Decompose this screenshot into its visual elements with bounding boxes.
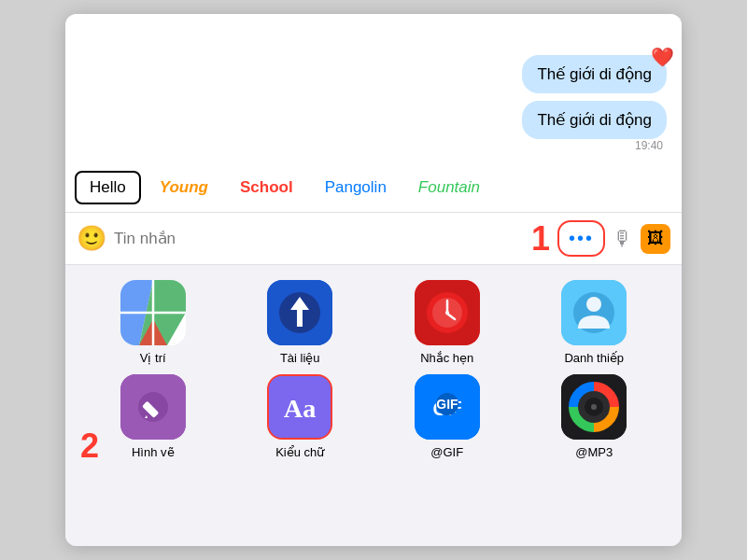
contact-icon — [561, 280, 627, 345]
step-2-number: 2 — [80, 429, 99, 463]
app-grid: Vị trí Tài liệu — [65, 265, 682, 546]
bubble-row-1: Thế giới di động ❤️ — [522, 55, 667, 93]
app-item-document[interactable]: Tài liệu — [232, 280, 370, 365]
font-tabs-row: Hello Young School Pangolin Fountain — [65, 163, 682, 213]
tab-fountain[interactable]: Fountain — [405, 173, 493, 203]
app-item-contact[interactable]: Danh thiếp — [526, 280, 664, 365]
message-input[interactable] — [114, 230, 524, 248]
draw-icon — [120, 374, 186, 440]
microphone-button[interactable]: 🎙 — [613, 227, 633, 251]
image-button[interactable]: 🖼 — [641, 224, 670, 254]
svg-text:GIF: GIF — [436, 397, 458, 412]
mp3-label: @MP3 — [575, 445, 613, 459]
more-options-button[interactable]: ••• — [557, 220, 605, 257]
phone-screen: Thế giới di động ❤️ Thế giới di động 19:… — [65, 14, 682, 546]
location-icon — [120, 280, 186, 345]
tab-young[interactable]: Young — [147, 173, 221, 203]
mp3-icon — [561, 374, 627, 440]
bubble-1-text: Thế giới di động — [537, 65, 652, 83]
svg-point-18 — [586, 297, 601, 312]
chat-area: Thế giới di động ❤️ Thế giới di động 19:… — [65, 14, 682, 163]
gif-icon: GIF GIF — [415, 374, 480, 440]
app-item-reminder[interactable]: Nhắc hẹn — [378, 280, 516, 365]
contact-label: Danh thiếp — [564, 351, 624, 365]
heart-reaction: ❤️ — [651, 46, 674, 68]
dots-icon: ••• — [569, 228, 594, 249]
emoji-button[interactable]: 🙂 — [77, 224, 106, 253]
bubble-2-text: Thế giới di động — [537, 111, 652, 129]
document-icon — [267, 280, 332, 345]
fontstyle-label: Kiểu chữ — [275, 445, 324, 459]
draw-label: Hình vẽ — [132, 445, 175, 459]
step-1-number: 1 — [531, 222, 550, 256]
gif-label: @GIF — [430, 445, 463, 459]
app-item-location[interactable]: Vị trí — [84, 280, 222, 365]
svg-point-31 — [591, 404, 597, 410]
app-item-fontstyle[interactable]: Aa Kiểu chữ — [232, 374, 370, 459]
tab-pangolin[interactable]: Pangolin — [312, 173, 400, 203]
tab-school[interactable]: School — [227, 173, 306, 203]
bubble-row-2: Thế giới di động 19:40 — [522, 101, 667, 152]
app-item-mp3[interactable]: @MP3 — [526, 374, 664, 459]
svg-point-15 — [445, 311, 449, 315]
message-input-row: 🙂 1 ••• 🎙 🖼 — [65, 213, 682, 265]
app-item-draw[interactable]: 2 Hình vẽ — [84, 374, 222, 459]
chat-bubble-1: Thế giới di động ❤️ — [522, 55, 667, 93]
reminder-icon — [415, 280, 480, 345]
location-label: Vị trí — [140, 351, 166, 365]
fontstyle-icon: Aa — [267, 374, 332, 440]
app-item-gif[interactable]: GIF GIF @GIF — [378, 374, 516, 459]
chat-bubble-2: Thế giới di động — [522, 101, 667, 139]
image-icon: 🖼 — [647, 229, 664, 248]
svg-text:Aa: Aa — [284, 394, 317, 423]
document-label: Tài liệu — [280, 351, 320, 365]
bubble-time: 19:40 — [635, 139, 667, 152]
reminder-label: Nhắc hẹn — [420, 351, 473, 365]
tab-hello[interactable]: Hello — [75, 171, 141, 204]
